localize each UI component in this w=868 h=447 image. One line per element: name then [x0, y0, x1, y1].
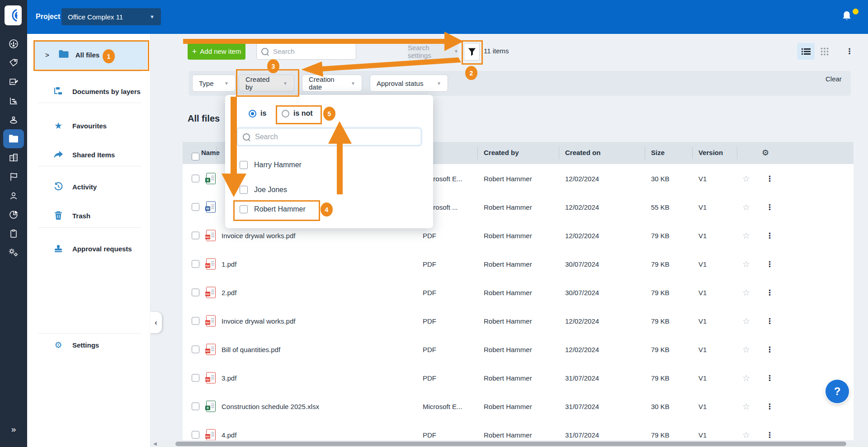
rail-tag-icon[interactable]: [3, 53, 24, 72]
rail-flag-icon[interactable]: [3, 167, 24, 186]
row-menu-icon[interactable]: ⋮: [766, 231, 774, 240]
favourite-star-icon[interactable]: ☆: [742, 259, 750, 269]
rail-buildings-icon[interactable]: [3, 148, 24, 167]
search-input[interactable]: [272, 47, 351, 56]
row-menu-icon[interactable]: ⋮: [766, 373, 774, 382]
row-menu-icon[interactable]: ⋮: [766, 259, 774, 268]
clear-filters-link[interactable]: Clear: [826, 75, 842, 83]
row-checkbox[interactable]: [192, 231, 199, 239]
filter-approval-status-dropdown[interactable]: Approval status ▼: [370, 75, 448, 92]
favourite-star-icon[interactable]: ☆: [742, 287, 750, 297]
row-checkbox[interactable]: [192, 260, 199, 268]
table-row[interactable]: PDF 1.pdf PDF Robert Hammer 30/07/2024 7…: [183, 249, 854, 278]
row-checkbox[interactable]: [192, 174, 199, 182]
row-menu-icon[interactable]: ⋮: [766, 202, 774, 212]
row-checkbox[interactable]: [192, 402, 199, 410]
filter-label: Type: [199, 80, 214, 87]
help-button[interactable]: ?: [826, 380, 849, 403]
rail-document-sign-icon[interactable]: [3, 72, 24, 91]
row-checkbox[interactable]: [192, 203, 199, 211]
rail-pie-chart-icon[interactable]: [3, 205, 24, 224]
row-checkbox[interactable]: [192, 317, 199, 325]
sidebar-item-documents-by-layers[interactable]: Documents by layers: [27, 82, 150, 100]
favourite-star-icon[interactable]: ☆: [742, 315, 750, 326]
filter-created-by-dropdown[interactable]: Created by ▼: [239, 75, 294, 92]
checkbox-icon[interactable]: [240, 205, 248, 213]
person-label: Harry Hammer: [254, 161, 302, 169]
filter-is-option[interactable]: is: [249, 109, 266, 118]
search-icon: [261, 48, 269, 55]
person-option-harry-hammer[interactable]: Harry Hammer: [225, 158, 433, 172]
row-checkbox[interactable]: [192, 288, 199, 296]
table-row[interactable]: PDF Bill of quantities.pdf PDF Robert Ha…: [183, 335, 854, 364]
sidebar-item-trash[interactable]: Trash: [27, 207, 150, 225]
search-settings-dropdown[interactable]: Search settings ▼: [408, 43, 458, 60]
favourite-star-icon[interactable]: ☆: [742, 344, 750, 354]
sidebar-item-shared-items[interactable]: Shared Items: [27, 146, 150, 164]
sidebar-collapse-handle[interactable]: ‹: [150, 312, 162, 333]
pdf-file-icon: PDF: [206, 230, 216, 241]
app-logo[interactable]: [5, 5, 22, 25]
history-clock-icon: [53, 182, 63, 191]
row-checkbox[interactable]: [192, 345, 199, 353]
row-menu-icon[interactable]: ⋮: [766, 401, 774, 411]
table-row[interactable]: X Construction schedule 2025.xlsx Micros…: [183, 392, 854, 421]
person-option-joe-jones[interactable]: Joe Jones: [225, 183, 433, 197]
sidebar-item-settings[interactable]: ⚙ Settings: [27, 336, 150, 354]
column-settings-gear-icon[interactable]: ⚙: [762, 148, 769, 158]
rail-gantt-chart-icon[interactable]: [3, 91, 24, 110]
table-row[interactable]: PDF 3.pdf PDF Robert Hammer 31/07/2024 7…: [183, 363, 854, 392]
favourite-star-icon[interactable]: ☆: [742, 230, 750, 240]
file-size: 79 KB: [651, 288, 670, 296]
sidebar-item-all-files[interactable]: > All files: [33, 40, 147, 69]
grid-view-icon: [821, 47, 829, 56]
filter-is-not-option[interactable]: is not: [282, 109, 313, 118]
rail-dashboard-gauge-icon[interactable]: [3, 34, 24, 53]
row-menu-icon[interactable]: ⋮: [766, 344, 774, 354]
select-all-checkbox[interactable]: [192, 153, 199, 160]
row-menu-icon[interactable]: ⋮: [766, 287, 774, 297]
funnel-icon: [468, 47, 476, 56]
sidebar-item-activity[interactable]: Activity: [27, 178, 150, 196]
radio-selected-icon[interactable]: [249, 110, 256, 118]
expand-chevron-icon[interactable]: >: [45, 51, 49, 59]
popup-search-input[interactable]: [254, 132, 415, 141]
grid-view-toggle[interactable]: [816, 43, 833, 60]
horizontal-scrollbar-thumb[interactable]: [175, 442, 846, 446]
filter-type-dropdown[interactable]: Type ▼: [192, 75, 236, 92]
add-new-item-button[interactable]: + Add new item: [188, 43, 245, 60]
scrollbar-left-arrow-icon[interactable]: ◀: [153, 441, 157, 446]
row-menu-icon[interactable]: ⋮: [766, 174, 774, 183]
rail-person-icon[interactable]: [3, 186, 24, 205]
toolbar-kebab-menu-icon[interactable]: ⋮: [842, 43, 857, 60]
file-version: V1: [698, 288, 707, 296]
table-row[interactable]: PDF Invoice drywal works.pdf PDF Robert …: [183, 306, 854, 335]
row-menu-icon[interactable]: ⋮: [766, 316, 774, 325]
radio-icon[interactable]: [282, 110, 289, 118]
favourite-star-icon[interactable]: ☆: [742, 429, 750, 440]
row-checkbox[interactable]: [192, 374, 199, 381]
rail-gears-icon[interactable]: [3, 243, 24, 262]
table-row[interactable]: PDF 2.pdf PDF Robert Hammer 30/07/2024 7…: [183, 278, 854, 307]
sidebar-item-approval-requests[interactable]: Approval requests: [27, 240, 150, 258]
row-checkbox[interactable]: [192, 431, 199, 438]
project-selector[interactable]: Office Complex 11 ▼: [61, 8, 161, 25]
filter-creation-date-dropdown[interactable]: Creation date ▼: [302, 75, 362, 92]
checkbox-icon[interactable]: [240, 186, 248, 194]
sidebar-item-label: Settings: [72, 341, 99, 349]
rail-expand-chevrons[interactable]: »: [0, 420, 27, 438]
favourite-star-icon[interactable]: ☆: [742, 372, 750, 383]
rail-folder-icon-active[interactable]: [3, 129, 24, 148]
rail-person-site-icon[interactable]: [3, 110, 24, 129]
favourite-star-icon[interactable]: ☆: [742, 202, 750, 212]
row-menu-icon[interactable]: ⋮: [766, 430, 774, 439]
sidebar-item-favourites[interactable]: ★ Favourites: [27, 117, 150, 135]
filter-funnel-button[interactable]: [464, 43, 480, 61]
favourite-star-icon[interactable]: ☆: [742, 173, 750, 184]
chevron-down-icon: ▼: [150, 14, 155, 19]
favourite-star-icon[interactable]: ☆: [742, 401, 750, 411]
list-view-toggle[interactable]: [797, 43, 815, 60]
checkbox-icon[interactable]: [240, 161, 248, 169]
rail-clipboard-icon[interactable]: [3, 224, 24, 243]
divider: [38, 227, 141, 228]
